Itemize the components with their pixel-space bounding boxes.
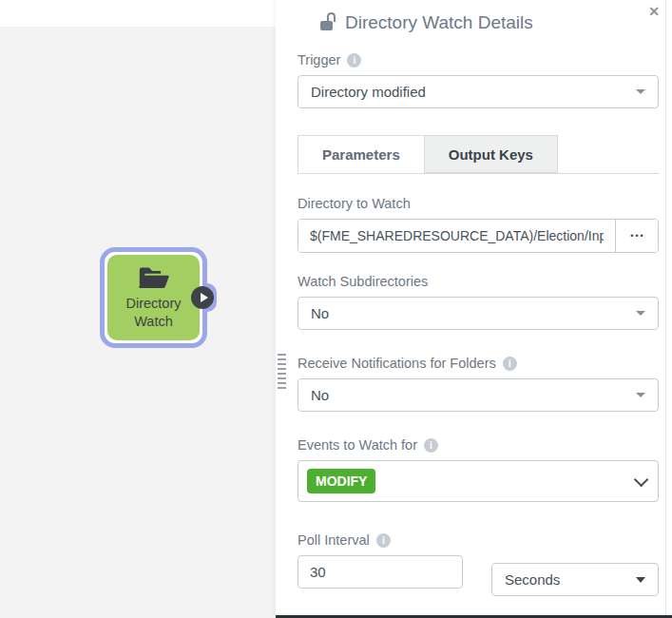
receive-notifications-label: Receive Notifications for Folders i <box>298 356 659 371</box>
watch-subdirectories-value: No <box>311 305 329 321</box>
receive-notifications-value: No <box>311 387 329 403</box>
info-icon[interactable]: i <box>347 53 361 68</box>
caret-down-icon <box>636 311 645 316</box>
events-to-watch-section: Events to Watch for i MODIFY <box>298 437 659 502</box>
directory-input[interactable] <box>298 220 615 252</box>
caret-down-icon <box>636 577 645 583</box>
receive-notifications-select[interactable]: No <box>298 378 659 412</box>
receive-notifications-section: Receive Notifications for Folders i No <box>298 356 659 412</box>
watch-subdirectories-label: Watch Subdirectories <box>298 274 659 289</box>
node-body[interactable]: Directory Watch <box>107 255 200 340</box>
trigger-section: Trigger i Directory modified <box>298 52 659 108</box>
info-icon[interactable]: i <box>376 533 391 548</box>
open-folder-icon <box>137 264 171 292</box>
poll-unit-select[interactable]: Seconds <box>491 563 659 596</box>
play-icon <box>201 293 208 302</box>
poll-interval-input[interactable] <box>298 555 463 589</box>
directory-to-watch-label: Directory to Watch <box>298 196 659 211</box>
workflow-canvas[interactable]: Directory Watch <box>0 27 276 618</box>
trigger-selected-value: Directory modified <box>311 84 426 100</box>
chevron-down-icon <box>634 472 649 487</box>
caret-down-icon <box>636 393 645 397</box>
tab-output-keys[interactable]: Output Keys <box>425 135 558 173</box>
panel-resize-grip[interactable] <box>278 354 286 391</box>
directory-watch-node[interactable]: Directory Watch <box>100 247 207 348</box>
unlock-icon <box>320 19 335 30</box>
events-to-watch-label: Events to Watch for i <box>298 437 659 453</box>
panel-header: Directory Watch Details <box>276 0 672 33</box>
browse-button[interactable]: ••• <box>615 220 658 252</box>
events-multiselect[interactable]: MODIFY <box>298 460 659 502</box>
directory-to-watch-section: Directory to Watch ••• <box>298 196 659 253</box>
poll-unit-value: Seconds <box>505 571 560 588</box>
caret-down-icon <box>636 89 645 94</box>
directory-watch-details-panel: ✕ Directory Watch Details Trigger i Dire… <box>276 0 672 618</box>
trigger-label: Trigger i <box>298 52 659 68</box>
event-tag-modify[interactable]: MODIFY <box>307 469 375 493</box>
tab-parameters[interactable]: Parameters <box>298 135 425 173</box>
trigger-select[interactable]: Directory modified <box>298 75 659 108</box>
node-output-port[interactable] <box>191 286 214 309</box>
node-label: Directory Watch <box>116 295 192 331</box>
directory-input-group: ••• <box>298 219 659 253</box>
info-icon[interactable]: i <box>424 438 438 453</box>
watch-subdirectories-select[interactable]: No <box>298 297 659 330</box>
panel-scroll-track <box>665 0 666 618</box>
poll-interval-section: Poll Interval i Seconds <box>298 532 659 596</box>
close-icon[interactable]: ✕ <box>648 5 660 18</box>
panel-title: Directory Watch Details <box>345 12 533 33</box>
tab-bar: Parameters Output Keys <box>298 135 659 174</box>
poll-interval-label: Poll Interval i <box>298 532 659 548</box>
info-icon[interactable]: i <box>503 357 517 371</box>
watch-subdirectories-section: Watch Subdirectories No <box>298 274 659 330</box>
